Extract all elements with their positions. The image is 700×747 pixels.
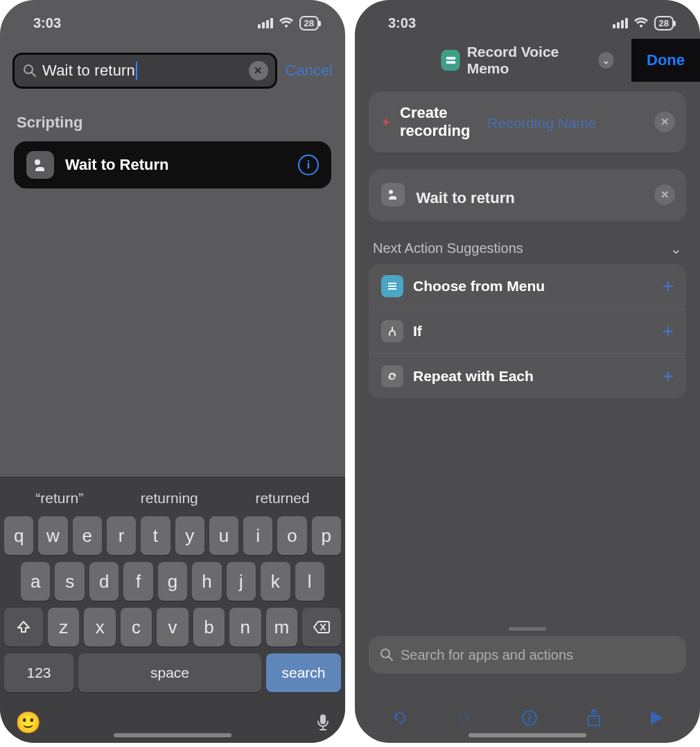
key-q[interactable]: q xyxy=(4,516,33,555)
key-o[interactable]: o xyxy=(277,516,306,555)
kb-suggestion[interactable]: “return” xyxy=(35,490,83,507)
shortcut-title-button[interactable]: Record Voice Memo ⌄ xyxy=(441,44,614,77)
shortcut-title: Record Voice Memo xyxy=(467,44,592,77)
svg-point-2 xyxy=(35,159,40,165)
key-h[interactable]: h xyxy=(192,562,221,601)
svg-rect-7 xyxy=(388,283,396,284)
text-caret xyxy=(136,62,137,80)
key-l[interactable]: l xyxy=(295,562,324,601)
variable-token[interactable]: Recording Name xyxy=(487,115,674,132)
svg-rect-8 xyxy=(388,285,396,287)
suggestions-list: Choose from Menu + If + Repeat with Each… xyxy=(369,264,686,398)
key-d[interactable]: d xyxy=(89,562,119,601)
action-label: Create recording xyxy=(400,104,478,140)
redo-button[interactable] xyxy=(455,709,473,727)
key-a[interactable]: a xyxy=(21,562,50,601)
key-c[interactable]: c xyxy=(121,608,152,647)
kb-row-2: a s d f g h j k l xyxy=(4,562,341,601)
key-g[interactable]: g xyxy=(158,562,187,601)
suggestion-repeat[interactable]: Repeat with Each + xyxy=(369,353,686,398)
result-title: Wait to Return xyxy=(65,156,169,174)
key-j[interactable]: j xyxy=(227,562,256,601)
svg-point-13 xyxy=(529,714,531,716)
info-button[interactable] xyxy=(520,709,539,727)
battery-badge: 28 xyxy=(299,16,319,30)
key-b[interactable]: b xyxy=(193,608,225,647)
sheet-grabber[interactable] xyxy=(509,627,546,631)
search-icon xyxy=(380,648,394,662)
action-create-recording[interactable]: ✦ Create recording Recording Name ✕ xyxy=(369,91,686,152)
cellular-icon xyxy=(613,18,628,28)
key-s[interactable]: s xyxy=(55,562,84,601)
key-v[interactable]: v xyxy=(157,608,188,647)
kb-row-4: 123 space search xyxy=(4,653,341,692)
key-y[interactable]: y xyxy=(175,516,204,555)
suggestion-choose-from-menu[interactable]: Choose from Menu + xyxy=(369,264,686,308)
search-result-wait-to-return[interactable]: Wait to Return i xyxy=(14,141,331,188)
svg-point-0 xyxy=(24,65,33,73)
cellular-icon xyxy=(258,18,273,28)
info-button[interactable]: i xyxy=(298,155,319,175)
wifi-icon xyxy=(633,17,649,28)
key-t[interactable]: t xyxy=(141,516,170,555)
key-r[interactable]: r xyxy=(107,516,136,555)
run-button[interactable] xyxy=(649,710,664,726)
home-indicator[interactable] xyxy=(114,733,231,737)
clear-search-button[interactable]: ✕ xyxy=(249,61,268,80)
kb-row-3: z x c v b n m xyxy=(4,608,341,647)
suggestions-header[interactable]: Next Action Suggestions ⌄ xyxy=(369,238,686,264)
key-numbers[interactable]: 123 xyxy=(4,653,73,692)
kb-suggestion[interactable]: returning xyxy=(141,490,198,507)
wifi-icon xyxy=(279,17,294,28)
shortcut-icon xyxy=(441,50,460,71)
key-space[interactable]: space xyxy=(78,653,261,692)
key-m[interactable]: m xyxy=(266,608,297,647)
remove-action-button[interactable]: ✕ xyxy=(654,112,675,132)
editor-toolbar xyxy=(355,708,700,728)
repeat-icon xyxy=(381,365,403,387)
key-k[interactable]: k xyxy=(261,562,290,601)
action-label: Wait to return xyxy=(416,189,514,206)
keyboard-suggestions: “return” returning returned xyxy=(0,486,345,516)
remove-action-button[interactable]: ✕ xyxy=(654,184,675,205)
emoji-button[interactable]: 🙂 xyxy=(15,710,41,735)
key-search[interactable]: search xyxy=(266,653,341,692)
add-icon[interactable]: + xyxy=(663,275,674,297)
key-p[interactable]: p xyxy=(312,516,341,555)
svg-line-1 xyxy=(32,73,35,76)
key-z[interactable]: z xyxy=(48,608,79,647)
scripting-icon xyxy=(26,151,54,179)
svg-rect-4 xyxy=(446,57,455,60)
cancel-button[interactable]: Cancel xyxy=(286,62,333,80)
key-x[interactable]: x xyxy=(84,608,115,647)
done-button[interactable]: Done xyxy=(631,39,700,82)
search-input[interactable]: Wait to return ✕ xyxy=(12,53,277,89)
suggestion-if[interactable]: If + xyxy=(369,308,686,353)
key-e[interactable]: e xyxy=(73,516,102,555)
suggestion-label: Repeat with Each xyxy=(413,368,534,385)
status-time: 3:03 xyxy=(388,15,416,31)
key-w[interactable]: w xyxy=(38,516,67,555)
svg-rect-14 xyxy=(529,717,530,722)
add-icon[interactable]: + xyxy=(663,365,674,387)
bottom-search-placeholder: Search for apps and actions xyxy=(401,647,573,663)
kb-suggestion[interactable]: returned xyxy=(255,490,309,507)
action-wait-to-return[interactable]: Wait to return ✕ xyxy=(369,169,686,221)
key-i[interactable]: i xyxy=(243,516,272,555)
kb-row-1: q w e r t y u i o p xyxy=(4,516,341,555)
editor-header: Record Voice Memo ⌄ Done xyxy=(355,39,700,80)
dictation-button[interactable] xyxy=(316,713,330,732)
key-f[interactable]: f xyxy=(123,562,152,601)
key-n[interactable]: n xyxy=(229,608,261,647)
key-u[interactable]: u xyxy=(209,516,238,555)
status-bar: 3:03 28 xyxy=(355,0,700,39)
right-screenshot: 3:03 28 Record Voice Memo ⌄ Done ✦ Creat… xyxy=(355,0,700,743)
undo-button[interactable] xyxy=(391,709,409,727)
suggestions-title: Next Action Suggestions xyxy=(373,240,523,256)
bottom-search[interactable]: Search for apps and actions xyxy=(369,636,686,674)
key-shift[interactable] xyxy=(4,608,43,647)
home-indicator[interactable] xyxy=(469,733,586,737)
add-icon[interactable]: + xyxy=(663,320,674,342)
key-backspace[interactable] xyxy=(302,608,341,647)
share-button[interactable] xyxy=(586,708,602,728)
